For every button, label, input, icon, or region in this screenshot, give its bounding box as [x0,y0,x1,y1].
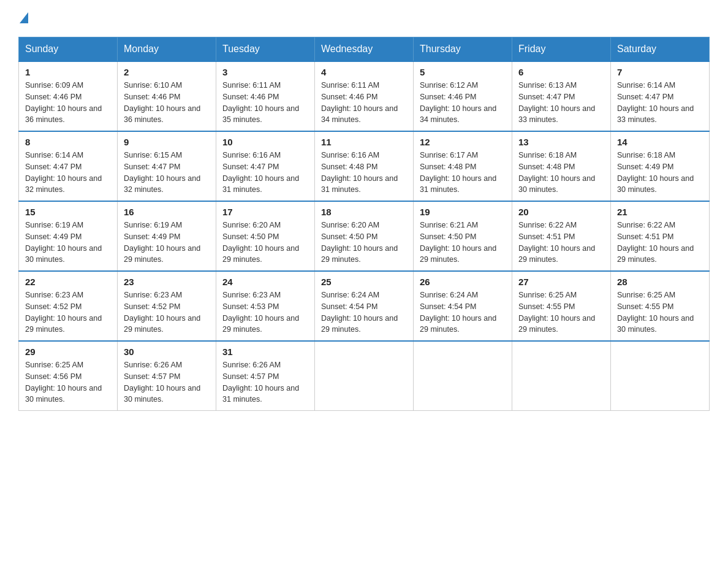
calendar-cell: 10 Sunrise: 6:16 AM Sunset: 4:47 PM Dayl… [216,131,315,201]
day-number: 31 [222,347,308,357]
day-info: Sunrise: 6:10 AM Sunset: 4:46 PM Dayligh… [124,80,210,126]
calendar-cell: 19 Sunrise: 6:21 AM Sunset: 4:50 PM Dayl… [414,201,512,271]
day-number: 3 [222,67,308,77]
day-number: 19 [420,207,506,217]
calendar-cell: 27 Sunrise: 6:25 AM Sunset: 4:55 PM Dayl… [512,271,611,341]
day-number: 29 [25,347,111,357]
day-info: Sunrise: 6:11 AM Sunset: 4:46 PM Dayligh… [222,80,308,126]
day-info: Sunrise: 6:21 AM Sunset: 4:50 PM Dayligh… [420,220,506,266]
calendar-cell: 22 Sunrise: 6:23 AM Sunset: 4:52 PM Dayl… [19,271,118,341]
calendar-header-thursday: Thursday [414,37,512,62]
calendar-cell [315,341,414,411]
calendar-cell: 2 Sunrise: 6:10 AM Sunset: 4:46 PM Dayli… [118,61,216,131]
calendar-cell: 30 Sunrise: 6:26 AM Sunset: 4:57 PM Dayl… [118,341,216,411]
calendar-header-monday: Monday [118,37,216,62]
day-info: Sunrise: 6:12 AM Sunset: 4:46 PM Dayligh… [420,80,506,126]
day-info: Sunrise: 6:26 AM Sunset: 4:57 PM Dayligh… [222,359,308,405]
day-number: 10 [222,137,308,147]
logo [18,12,28,25]
calendar-cell: 28 Sunrise: 6:25 AM Sunset: 4:55 PM Dayl… [611,271,710,341]
calendar-cell: 21 Sunrise: 6:22 AM Sunset: 4:51 PM Dayl… [611,201,710,271]
day-number: 30 [124,347,210,357]
day-info: Sunrise: 6:13 AM Sunset: 4:47 PM Dayligh… [518,80,604,126]
day-number: 12 [420,137,506,147]
calendar-cell: 1 Sunrise: 6:09 AM Sunset: 4:46 PM Dayli… [19,61,118,131]
day-number: 1 [25,67,111,77]
calendar-header-wednesday: Wednesday [315,37,414,62]
day-info: Sunrise: 6:17 AM Sunset: 4:48 PM Dayligh… [420,150,506,196]
day-info: Sunrise: 6:18 AM Sunset: 4:49 PM Dayligh… [617,150,703,196]
calendar-cell: 11 Sunrise: 6:16 AM Sunset: 4:48 PM Dayl… [315,131,414,201]
calendar-cell: 18 Sunrise: 6:20 AM Sunset: 4:50 PM Dayl… [315,201,414,271]
day-number: 21 [617,207,703,217]
day-info: Sunrise: 6:14 AM Sunset: 4:47 PM Dayligh… [617,80,703,126]
calendar-header-friday: Friday [512,37,611,62]
calendar-cell: 25 Sunrise: 6:24 AM Sunset: 4:54 PM Dayl… [315,271,414,341]
calendar-cell: 16 Sunrise: 6:19 AM Sunset: 4:49 PM Dayl… [118,201,216,271]
day-number: 13 [518,137,604,147]
day-info: Sunrise: 6:09 AM Sunset: 4:46 PM Dayligh… [25,80,111,126]
day-number: 11 [321,137,407,147]
calendar-cell: 9 Sunrise: 6:15 AM Sunset: 4:47 PM Dayli… [118,131,216,201]
day-info: Sunrise: 6:24 AM Sunset: 4:54 PM Dayligh… [321,289,407,335]
day-number: 27 [518,277,604,287]
day-info: Sunrise: 6:22 AM Sunset: 4:51 PM Dayligh… [518,220,604,266]
day-number: 8 [25,137,111,147]
calendar-cell [414,341,512,411]
day-info: Sunrise: 6:19 AM Sunset: 4:49 PM Dayligh… [124,220,210,266]
calendar-cell: 24 Sunrise: 6:23 AM Sunset: 4:53 PM Dayl… [216,271,315,341]
day-info: Sunrise: 6:16 AM Sunset: 4:47 PM Dayligh… [222,150,308,196]
day-number: 18 [321,207,407,217]
calendar-cell: 17 Sunrise: 6:20 AM Sunset: 4:50 PM Dayl… [216,201,315,271]
calendar-cell: 3 Sunrise: 6:11 AM Sunset: 4:46 PM Dayli… [216,61,315,131]
calendar-cell [611,341,710,411]
day-number: 4 [321,67,407,77]
day-info: Sunrise: 6:11 AM Sunset: 4:46 PM Dayligh… [321,80,407,126]
calendar-week-row: 15 Sunrise: 6:19 AM Sunset: 4:49 PM Dayl… [19,201,710,271]
day-number: 16 [124,207,210,217]
day-info: Sunrise: 6:15 AM Sunset: 4:47 PM Dayligh… [124,150,210,196]
day-info: Sunrise: 6:23 AM Sunset: 4:52 PM Dayligh… [25,289,111,335]
day-number: 20 [518,207,604,217]
calendar-header-tuesday: Tuesday [216,37,315,62]
day-number: 26 [420,277,506,287]
day-number: 24 [222,277,308,287]
day-info: Sunrise: 6:18 AM Sunset: 4:48 PM Dayligh… [518,150,604,196]
calendar-cell: 23 Sunrise: 6:23 AM Sunset: 4:52 PM Dayl… [118,271,216,341]
day-number: 22 [25,277,111,287]
calendar-week-row: 22 Sunrise: 6:23 AM Sunset: 4:52 PM Dayl… [19,271,710,341]
calendar-cell: 6 Sunrise: 6:13 AM Sunset: 4:47 PM Dayli… [512,61,611,131]
calendar-cell: 12 Sunrise: 6:17 AM Sunset: 4:48 PM Dayl… [414,131,512,201]
day-info: Sunrise: 6:25 AM Sunset: 4:55 PM Dayligh… [617,289,703,335]
day-info: Sunrise: 6:26 AM Sunset: 4:57 PM Dayligh… [124,359,210,405]
day-number: 6 [518,67,604,77]
calendar-week-row: 1 Sunrise: 6:09 AM Sunset: 4:46 PM Dayli… [19,61,710,131]
day-info: Sunrise: 6:19 AM Sunset: 4:49 PM Dayligh… [25,220,111,266]
calendar-cell: 29 Sunrise: 6:25 AM Sunset: 4:56 PM Dayl… [19,341,118,411]
calendar-week-row: 29 Sunrise: 6:25 AM Sunset: 4:56 PM Dayl… [19,341,710,411]
day-info: Sunrise: 6:23 AM Sunset: 4:52 PM Dayligh… [124,289,210,335]
day-number: 2 [124,67,210,77]
day-number: 14 [617,137,703,147]
day-info: Sunrise: 6:22 AM Sunset: 4:51 PM Dayligh… [617,220,703,266]
calendar-cell: 31 Sunrise: 6:26 AM Sunset: 4:57 PM Dayl… [216,341,315,411]
day-info: Sunrise: 6:16 AM Sunset: 4:48 PM Dayligh… [321,150,407,196]
logo-text-block [18,12,28,25]
day-number: 15 [25,207,111,217]
calendar-cell: 20 Sunrise: 6:22 AM Sunset: 4:51 PM Dayl… [512,201,611,271]
calendar-cell: 15 Sunrise: 6:19 AM Sunset: 4:49 PM Dayl… [19,201,118,271]
day-info: Sunrise: 6:20 AM Sunset: 4:50 PM Dayligh… [222,220,308,266]
calendar-table: SundayMondayTuesdayWednesdayThursdayFrid… [18,37,710,411]
calendar-cell: 5 Sunrise: 6:12 AM Sunset: 4:46 PM Dayli… [414,61,512,131]
day-info: Sunrise: 6:25 AM Sunset: 4:55 PM Dayligh… [518,289,604,335]
day-info: Sunrise: 6:25 AM Sunset: 4:56 PM Dayligh… [25,359,111,405]
day-info: Sunrise: 6:14 AM Sunset: 4:47 PM Dayligh… [25,150,111,196]
calendar-cell: 26 Sunrise: 6:24 AM Sunset: 4:54 PM Dayl… [414,271,512,341]
day-number: 25 [321,277,407,287]
day-number: 17 [222,207,308,217]
day-number: 28 [617,277,703,287]
calendar-header-sunday: Sunday [19,37,118,62]
day-info: Sunrise: 6:23 AM Sunset: 4:53 PM Dayligh… [222,289,308,335]
day-number: 7 [617,67,703,77]
calendar-cell: 8 Sunrise: 6:14 AM Sunset: 4:47 PM Dayli… [19,131,118,201]
